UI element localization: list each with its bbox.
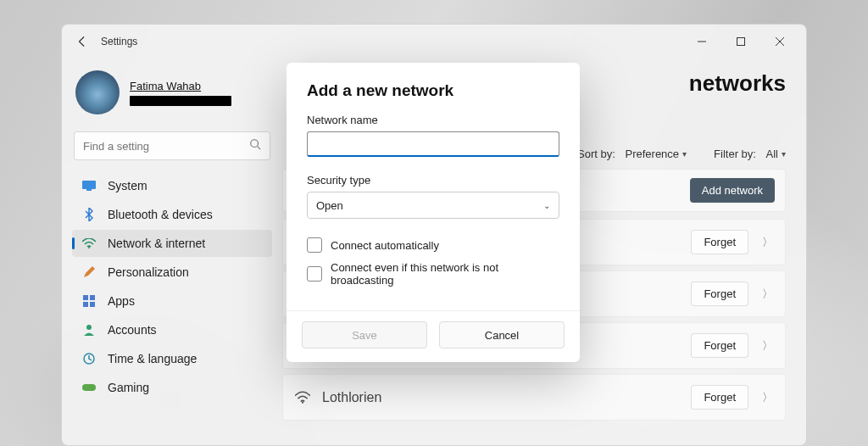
close-icon <box>776 37 784 46</box>
add-network-button[interactable]: Add network <box>690 178 775 203</box>
bluetooth-icon <box>82 208 96 221</box>
sidebar-item-label: System <box>108 179 147 192</box>
apps-icon <box>82 294 96 308</box>
sidebar-item-personalization[interactable]: Personalization <box>72 259 272 286</box>
sort-control[interactable]: Sort by: Preference ▾ <box>577 148 687 160</box>
sidebar-item-label: Personalization <box>108 265 189 279</box>
filter-prefix: Filter by: <box>714 148 756 160</box>
page-title: networks <box>689 70 786 97</box>
sidebar-item-accounts[interactable]: Accounts <box>72 316 272 343</box>
svg-rect-11 <box>83 302 88 307</box>
filter-value: All <box>766 148 778 160</box>
chevron-right-icon[interactable]: 〉 <box>762 287 773 302</box>
forget-button[interactable]: Forget <box>691 333 748 358</box>
network-name-label: Network name <box>307 114 559 126</box>
sidebar-item-system[interactable]: System <box>72 172 272 199</box>
svg-point-4 <box>251 140 259 148</box>
sidebar-item-gaming[interactable]: Gaming <box>72 374 272 401</box>
gaming-icon <box>82 381 96 394</box>
sidebar-item-label: Accounts <box>108 323 157 337</box>
app-title: Settings <box>101 36 137 47</box>
dialog-title: Add a new network <box>307 81 559 100</box>
sidebar-item-label: Network & internet <box>108 237 205 250</box>
connect-hidden-label: Connect even if this network is not broa… <box>331 261 559 287</box>
close-button[interactable] <box>760 28 799 55</box>
save-button[interactable]: Save <box>302 321 427 348</box>
network-icon <box>82 237 96 250</box>
search-icon <box>249 138 261 153</box>
svg-rect-9 <box>83 295 88 300</box>
chevron-right-icon[interactable]: 〉 <box>762 338 773 354</box>
nav: System Bluetooth & devices Network & int… <box>72 172 272 401</box>
chevron-right-icon[interactable]: 〉 <box>762 390 773 405</box>
wifi-icon <box>295 390 310 405</box>
personalization-icon <box>82 265 96 279</box>
profile-block[interactable]: Fatima Wahab <box>72 65 272 126</box>
profile-name: Fatima Wahab <box>130 80 231 92</box>
minimize-icon <box>698 37 706 46</box>
svg-rect-6 <box>82 181 96 189</box>
add-network-dialog: Add a new network Network name Security … <box>287 63 580 362</box>
network-row[interactable]: Lothlorien Forget 〉 <box>282 374 786 421</box>
search-input[interactable] <box>83 140 249 153</box>
svg-rect-10 <box>90 295 95 300</box>
network-name: Lothlorien <box>322 390 381 405</box>
svg-line-5 <box>258 147 261 150</box>
avatar <box>75 70 120 114</box>
network-name-input[interactable] <box>307 131 559 157</box>
svg-rect-12 <box>90 302 95 307</box>
security-type-label: Security type <box>307 174 559 187</box>
maximize-button[interactable] <box>721 28 760 55</box>
sort-prefix: Sort by: <box>577 148 615 160</box>
security-type-value: Open <box>316 199 343 212</box>
accounts-icon <box>82 323 96 337</box>
connect-auto-checkbox[interactable] <box>307 237 322 253</box>
sidebar: Fatima Wahab System Bluetooth & devices <box>62 59 282 445</box>
search-box[interactable] <box>74 131 270 160</box>
chevron-down-icon: ▾ <box>782 149 786 159</box>
sidebar-item-label: Bluetooth & devices <box>108 208 213 221</box>
chevron-down-icon: ▾ <box>682 149 687 159</box>
svg-rect-1 <box>737 38 745 46</box>
svg-point-16 <box>302 401 303 403</box>
chevron-right-icon[interactable]: 〉 <box>762 235 773 250</box>
svg-rect-7 <box>86 189 92 191</box>
filter-control[interactable]: Filter by: All ▾ <box>714 148 786 160</box>
profile-email-redacted <box>130 96 231 106</box>
sort-value: Preference <box>625 148 679 160</box>
security-type-select[interactable]: Open ⌄ <box>307 192 559 219</box>
sidebar-item-label: Apps <box>108 294 135 308</box>
sidebar-item-network[interactable]: Network & internet <box>72 230 272 257</box>
sidebar-item-time-language[interactable]: Time & language <box>72 345 272 372</box>
time-language-icon <box>82 352 96 365</box>
system-icon <box>82 179 96 192</box>
svg-point-8 <box>88 247 90 248</box>
cancel-button[interactable]: Cancel <box>439 321 565 348</box>
connect-hidden-checkbox[interactable] <box>307 266 322 282</box>
forget-button[interactable]: Forget <box>691 385 748 410</box>
sidebar-item-label: Gaming <box>108 381 149 394</box>
titlebar: Settings <box>62 25 806 59</box>
arrow-left-icon <box>76 36 88 47</box>
forget-button[interactable]: Forget <box>691 230 748 254</box>
forget-button[interactable]: Forget <box>691 282 748 306</box>
minimize-button[interactable] <box>682 28 721 55</box>
sidebar-item-label: Time & language <box>108 352 197 365</box>
maximize-icon <box>737 37 745 46</box>
svg-rect-15 <box>82 384 96 391</box>
sidebar-item-apps[interactable]: Apps <box>72 287 272 315</box>
sidebar-item-bluetooth[interactable]: Bluetooth & devices <box>72 201 272 228</box>
connect-auto-label: Connect automatically <box>331 239 439 252</box>
back-button[interactable] <box>69 28 96 55</box>
svg-point-13 <box>86 325 92 330</box>
chevron-down-icon: ⌄ <box>543 201 550 210</box>
